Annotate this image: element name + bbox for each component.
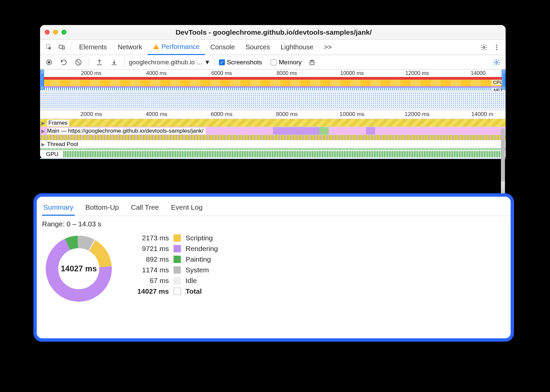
titlebar: DevTools - googlechrome.github.io/devtoo… — [40, 25, 506, 40]
minimize-window-button[interactable] — [53, 30, 58, 35]
legend-row-total: 14027 ms Total — [129, 287, 218, 295]
svg-point-8 — [496, 49, 497, 50]
clear-icon[interactable] — [73, 57, 84, 68]
upload-profile-icon[interactable] — [94, 57, 105, 68]
gpu-track[interactable]: GPU — [40, 150, 506, 158]
summary-tabs: Summary Bottom-Up Call Tree Event Log — [37, 199, 511, 216]
range-handle-right[interactable] — [502, 70, 506, 90]
summary-tab-call-tree[interactable]: Call Tree — [129, 201, 160, 216]
window-title: DevTools - googlechrome.github.io/devtoo… — [70, 28, 478, 36]
frames-track[interactable]: ▶ Frames — [40, 119, 506, 127]
memory-checkbox[interactable]: Memory — [271, 59, 302, 66]
expand-icon[interactable]: ▶ — [41, 128, 45, 134]
range-label: Range: 0 – 14.03 s — [37, 216, 511, 231]
main-thread-track[interactable]: ▶ Main — https://googlechrome.github.io/… — [40, 127, 506, 135]
range-handle-left[interactable] — [40, 70, 44, 90]
main-flame-graph[interactable] — [40, 135, 506, 140]
net-overview-graph — [40, 88, 506, 90]
swatch-painting — [174, 256, 181, 263]
close-window-button[interactable] — [45, 30, 50, 35]
legend-row-idle: 67 ms Idle — [129, 277, 218, 285]
summary-legend: 2173 ms Scripting 9721 ms Rendering 892 … — [129, 234, 218, 295]
capture-settings-gear-icon[interactable] — [491, 57, 502, 68]
summary-tab-summary[interactable]: Summary — [42, 201, 75, 216]
svg-point-5 — [483, 46, 485, 48]
expand-icon[interactable]: ▶ — [41, 142, 45, 147]
kebab-menu-icon[interactable] — [491, 42, 502, 53]
collect-garbage-icon[interactable] — [306, 57, 318, 68]
chevron-down-icon: ▼ — [204, 59, 211, 66]
tab-lighthouse[interactable]: Lighthouse — [275, 40, 319, 55]
devtools-window: DevTools - googlechrome.github.io/devtoo… — [40, 25, 506, 159]
tab-elements[interactable]: Elements — [74, 40, 112, 55]
overview-ruler: 2000 ms 4000 ms 6000 ms 8000 ms 10000 ms… — [40, 70, 506, 77]
maximize-window-button[interactable] — [61, 30, 66, 35]
legend-row-scripting: 2173 ms Scripting — [129, 234, 218, 242]
screenshot-filmstrip[interactable] — [40, 91, 506, 110]
thread-pool-track[interactable]: ▶ Thread Pool — [40, 140, 506, 148]
traffic-lights — [45, 30, 66, 35]
checkbox-checked-icon: ✓ — [219, 59, 225, 65]
summary-panel-highlight: Summary Bottom-Up Call Tree Event Log Ra… — [33, 193, 514, 342]
download-profile-icon[interactable] — [108, 57, 120, 68]
inspect-element-icon[interactable] — [43, 42, 55, 53]
checkbox-empty-icon — [271, 59, 277, 65]
tab-console[interactable]: Console — [205, 40, 240, 55]
profile-url-dropdown[interactable]: googlechrome.github.io … ▼ — [129, 59, 211, 66]
swatch-system — [174, 266, 181, 274]
performance-toolbar: googlechrome.github.io … ▼ ✓ Screenshots… — [40, 55, 506, 70]
summary-tab-event-log[interactable]: Event Log — [170, 201, 204, 216]
legend-row-system: 1174 ms System — [129, 266, 218, 274]
svg-rect-3 — [156, 46, 157, 48]
tab-performance[interactable]: Performance — [148, 40, 205, 55]
svg-point-12 — [496, 61, 498, 63]
tabs-overflow[interactable]: >> — [319, 40, 337, 55]
gpu-bars — [63, 151, 506, 157]
svg-point-10 — [48, 61, 50, 63]
expand-icon[interactable]: ▶ — [41, 120, 45, 126]
overview-timeline[interactable]: 2000 ms 4000 ms 6000 ms 8000 ms 10000 ms… — [40, 70, 506, 91]
swatch-rendering — [174, 245, 181, 252]
summary-tab-bottom-up[interactable]: Bottom-Up — [84, 201, 120, 216]
swatch-idle — [174, 277, 181, 284]
legend-row-rendering: 9721 ms Rendering — [129, 245, 218, 253]
swatch-total — [174, 288, 181, 295]
summary-donut-chart: 14027 ms — [42, 232, 115, 305]
detail-ruler: 2000 ms 4000 ms 6000 ms 8000 ms 10000 ms… — [40, 110, 506, 119]
reload-record-icon[interactable] — [58, 57, 69, 68]
svg-rect-4 — [156, 48, 157, 49]
svg-rect-2 — [63, 46, 65, 49]
long-task-bar — [40, 77, 506, 80]
panel-tabs: Elements Network Performance Console Sou… — [40, 40, 506, 55]
swatch-scripting — [174, 234, 181, 242]
svg-point-7 — [496, 47, 497, 48]
screenshots-checkbox[interactable]: ✓ Screenshots — [219, 59, 262, 66]
device-toggle-icon[interactable] — [56, 42, 67, 53]
record-button-icon[interactable] — [43, 57, 55, 68]
scrollbar-thumb[interactable] — [501, 128, 505, 182]
tab-sources[interactable]: Sources — [240, 40, 275, 55]
warning-icon — [153, 43, 160, 50]
settings-gear-icon[interactable] — [478, 42, 490, 53]
donut-center-value: 14027 ms — [42, 232, 115, 305]
svg-point-6 — [496, 44, 497, 46]
legend-row-painting: 892 ms Painting — [129, 255, 218, 263]
tab-network[interactable]: Network — [112, 40, 147, 55]
cpu-overview-graph — [40, 80, 506, 88]
svg-rect-1 — [59, 45, 63, 48]
